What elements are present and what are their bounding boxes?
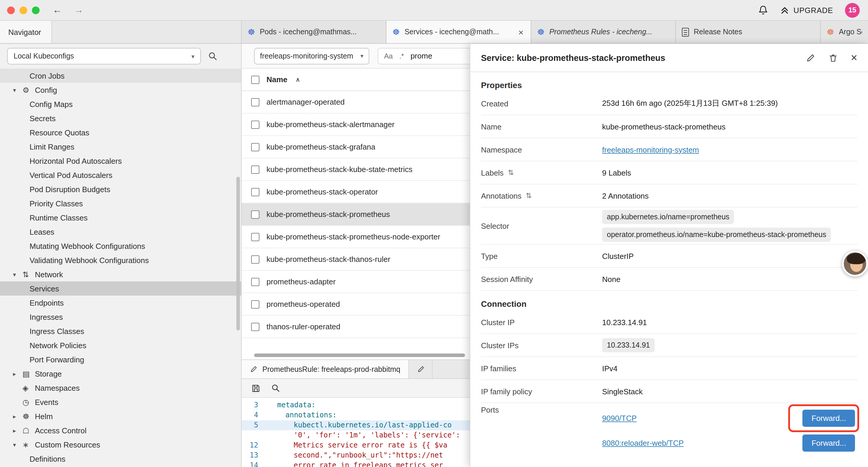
sidebar-item-events[interactable]: ◷ Events <box>0 395 241 409</box>
list-search-input[interactable]: Aa .* prome <box>378 48 470 64</box>
regex-toggle[interactable]: .* <box>399 52 404 60</box>
row-checkbox[interactable] <box>251 233 259 241</box>
editor-line[interactable]: 5 kubectl.kubernetes.io/last-applied-co <box>242 420 470 430</box>
sidebar-item-custom-resources[interactable]: ▾ ∗ Custom Resources <box>0 437 241 451</box>
tab-release-notes[interactable]: Release Notes <box>676 21 821 43</box>
sidebar-item-vertical-pod-autoscalers[interactable]: Vertical Pod Autoscalers <box>0 168 241 182</box>
sidebar-item-config[interactable]: ▾ ⚙ Config <box>0 83 241 97</box>
sidebar-item-horizontal-pod-autoscalers[interactable]: Horizontal Pod Autoscalers <box>0 154 241 168</box>
row-checkbox[interactable] <box>251 278 259 286</box>
sidebar-item-helm[interactable]: ▸ ☸ Helm <box>0 409 241 423</box>
table-row-prometheus-adapter[interactable]: prometheus-adapter <box>242 271 470 293</box>
row-checkbox[interactable] <box>251 188 259 196</box>
expand-toggle-icon[interactable]: ⇅ <box>526 192 531 200</box>
table-row-alertmanager-operated[interactable]: alertmanager-operated <box>242 91 470 114</box>
back-button[interactable]: ← <box>53 5 62 16</box>
sidebar-item-endpoints[interactable]: Endpoints <box>0 296 241 310</box>
sidebar-item-runtime-classes[interactable]: Runtime Classes <box>0 210 241 225</box>
trash-icon[interactable] <box>829 53 838 62</box>
sidebar-item-namespaces[interactable]: ◈ Namespaces <box>0 381 241 395</box>
table-horizontal-scrollbar[interactable] <box>254 353 465 357</box>
sidebar-item-definitions[interactable]: Definitions <box>0 451 241 466</box>
minimize-window-button[interactable] <box>20 6 27 14</box>
tree-chevron-icon[interactable]: ▸ <box>13 370 23 377</box>
editor-line[interactable]: 3 metadata: <box>242 400 470 410</box>
user-avatar[interactable] <box>842 251 868 276</box>
sidebar-item-pod-disruption-budgets[interactable]: Pod Disruption Budgets <box>0 182 241 196</box>
close-icon[interactable]: × <box>851 52 857 63</box>
table-row-kube-prometheus-stack-prometheus[interactable]: kube-prometheus-stack-prometheus <box>242 203 470 226</box>
namespace-select[interactable]: freeleaps-monitoring-system ▾ <box>254 48 369 64</box>
sidebar-item-priority-classes[interactable]: Priority Classes <box>0 196 241 210</box>
select-all-checkbox[interactable] <box>251 76 259 84</box>
sidebar-scrollbar[interactable] <box>236 177 240 330</box>
tab-pods-icecheng-mathmas[interactable]: ☸ Pods - icecheng@mathmas... <box>242 21 386 43</box>
yaml-editor[interactable]: 3 metadata: 4 annotations: 5 kubectl.kub… <box>242 398 470 467</box>
row-checkbox[interactable] <box>251 143 259 151</box>
forward-nav-button[interactable]: → <box>74 5 83 16</box>
table-row-kube-prometheus-stack-kube-state-metrics[interactable]: kube-prometheus-stack-kube-state-metrics <box>242 158 470 181</box>
editor-line[interactable]: 13 second.","runbook_url":"https://net <box>242 450 470 461</box>
tab-prometheus-rules-icecheng[interactable]: ☸ Prometheus Rules - icecheng... <box>531 21 676 43</box>
dock-tab-next[interactable] <box>409 360 433 378</box>
notification-badge[interactable]: 15 <box>845 3 860 18</box>
tree-chevron-icon[interactable]: ▸ <box>13 413 23 419</box>
bell-icon[interactable] <box>758 5 768 15</box>
navigator-title-tab[interactable]: Navigator <box>0 21 52 43</box>
match-case-toggle[interactable]: Aa <box>384 52 393 60</box>
sidebar-item-port-forwarding[interactable]: Port Forwarding <box>0 352 241 367</box>
sidebar-item-access-control[interactable]: ▸ ☖ Access Control <box>0 423 241 437</box>
name-column-header[interactable]: Name <box>267 75 287 84</box>
sidebar-item-validating-webhook-configurations[interactable]: Validating Webhook Configurations <box>0 253 241 267</box>
sidebar-item-mutating-webhook-configurations[interactable]: Mutating Webhook Configurations <box>0 239 241 253</box>
table-row-kube-prometheus-stack-prometheus-node-exporter[interactable]: kube-prometheus-stack-prometheus-node-ex… <box>242 226 470 248</box>
table-row-kube-prometheus-stack-operator[interactable]: kube-prometheus-stack-operator <box>242 181 470 203</box>
row-checkbox[interactable] <box>251 165 259 174</box>
tree-chevron-icon[interactable]: ▾ <box>13 87 23 93</box>
sidebar-item-services[interactable]: Services <box>0 282 241 296</box>
expand-toggle-icon[interactable]: ⇅ <box>508 169 514 177</box>
sidebar-item-leases[interactable]: Leases <box>0 225 241 239</box>
editor-line[interactable]: 14 error rate in freeleaps metrics ser <box>242 461 470 467</box>
sidebar-item-ingress-classes[interactable]: Ingress Classes <box>0 324 241 338</box>
table-row-kube-prometheus-stack-thanos-ruler[interactable]: kube-prometheus-stack-thanos-ruler <box>242 248 470 271</box>
close-window-button[interactable] <box>7 6 15 14</box>
tree-chevron-icon[interactable]: ▸ <box>13 427 23 434</box>
row-checkbox[interactable] <box>251 120 259 128</box>
tab-argo-se[interactable]: ☸ Argo Se <box>821 21 868 43</box>
dock-tab-prometheusrule[interactable]: PrometheusRule: freeleaps-prod-rabbitmq <box>242 360 409 378</box>
table-header-row[interactable]: Name ∧ <box>242 68 470 91</box>
save-icon[interactable] <box>251 383 260 393</box>
editor-line[interactable]: 4 annotations: <box>242 410 470 420</box>
tree-chevron-icon[interactable]: ▾ <box>13 441 23 448</box>
sidebar-item-storage[interactable]: ▸ ▤ Storage <box>0 367 241 381</box>
port-link-8080-reloader-web-tcp[interactable]: 8080:reloader-web/TCP <box>602 438 684 447</box>
row-checkbox[interactable] <box>251 322 259 331</box>
sidebar-item-ingresses[interactable]: Ingresses <box>0 310 241 324</box>
table-row-prometheus-operated[interactable]: prometheus-operated <box>242 293 470 316</box>
sidebar-item-resource-quotas[interactable]: Resource Quotas <box>0 125 241 140</box>
editor-line[interactable]: 12 Metrics service error rate is {{ $va <box>242 440 470 450</box>
editor-search-icon[interactable] <box>271 384 280 392</box>
sidebar-search-icon[interactable] <box>208 52 217 61</box>
table-row-kube-prometheus-stack-alertmanager[interactable]: kube-prometheus-stack-alertmanager <box>242 114 470 136</box>
edit-icon[interactable] <box>806 53 815 62</box>
namespace-link[interactable]: freeleaps-monitoring-system <box>602 145 699 154</box>
forward-button[interactable]: Forward... <box>803 434 855 451</box>
upgrade-button[interactable]: UPGRADE <box>780 5 833 15</box>
table-row-kube-prometheus-stack-grafana[interactable]: kube-prometheus-stack-grafana <box>242 136 470 158</box>
sidebar-item-config-maps[interactable]: Config Maps <box>0 97 241 111</box>
sidebar-item-network-policies[interactable]: Network Policies <box>0 338 241 352</box>
row-checkbox[interactable] <box>251 210 259 218</box>
port-link-9090-tcp[interactable]: 9090/TCP <box>602 413 637 422</box>
tab-services-icecheng-math[interactable]: ☸ Services - icecheng@math... × <box>386 21 531 43</box>
row-checkbox[interactable] <box>251 255 259 263</box>
sidebar-item-secrets[interactable]: Secrets <box>0 111 241 125</box>
tree-chevron-icon[interactable]: ▾ <box>13 271 23 278</box>
forward-button[interactable]: Forward... <box>803 409 855 427</box>
maximize-window-button[interactable] <box>32 6 39 14</box>
sidebar-item-network[interactable]: ▾ ⇅ Network <box>0 267 241 282</box>
row-checkbox[interactable] <box>251 300 259 308</box>
row-checkbox[interactable] <box>251 98 259 106</box>
kubeconfig-select[interactable]: Local Kubeconfigs ▾ <box>7 48 201 64</box>
